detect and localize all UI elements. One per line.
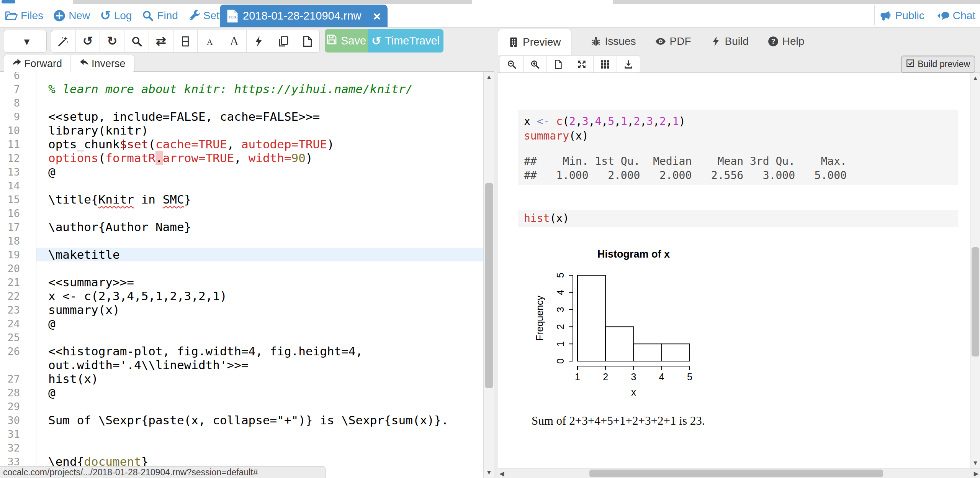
svg-text:TEX: TEX: [229, 15, 237, 19]
pane-splitter[interactable]: [494, 27, 498, 478]
svg-text:x: x: [631, 387, 636, 398]
magic-wand-button[interactable]: [51, 30, 75, 52]
line-number: 28: [0, 386, 20, 400]
svg-text:1: 1: [575, 371, 580, 382]
scroll-right-icon[interactable]: ▶: [974, 469, 978, 478]
close-icon[interactable]: ×: [373, 10, 381, 23]
nav-item-chat[interactable]: Chat: [937, 10, 975, 22]
nav-item-new[interactable]: New: [53, 10, 90, 22]
zoom-in-button[interactable]: [523, 56, 546, 72]
preview-tab-preview[interactable]: Preview: [498, 29, 571, 55]
bolt-button[interactable]: [246, 30, 271, 52]
line-number: 29: [0, 399, 20, 414]
code-editor[interactable]: 67% learn more about knitr: https://yihu…: [0, 72, 483, 478]
scroll-down-icon[interactable]: ▼: [484, 470, 494, 476]
nav-item-public[interactable]: Public: [880, 10, 924, 22]
reply-arrow-icon: [79, 57, 89, 70]
project-nav: FilesNew↺LogFindSettings: [5, 4, 242, 27]
redo-button[interactable]: ↻: [100, 30, 124, 52]
tab-label: Help: [782, 35, 805, 48]
file-menu-button[interactable]: ▾: [3, 30, 47, 53]
forward-button[interactable]: Forward: [3, 55, 70, 72]
nav-label: Files: [21, 10, 43, 22]
build-preview-button[interactable]: Build preview: [901, 56, 975, 73]
code-chunk-block: hist(x): [518, 210, 958, 227]
line-number: 14: [0, 179, 20, 193]
paste-button[interactable]: [295, 30, 319, 52]
line-number: 32: [0, 441, 20, 455]
editor-line: 27hist(x): [0, 372, 483, 386]
svg-text:Histogram of x: Histogram of x: [597, 248, 670, 260]
grid-button[interactable]: [593, 56, 617, 72]
preview-tab-issues[interactable]: Issues: [591, 35, 636, 48]
line-number: 10: [0, 123, 20, 138]
svg-text:2: 2: [555, 324, 566, 329]
scroll-up-icon[interactable]: ▲: [970, 75, 980, 81]
editor-line: 32: [0, 441, 483, 455]
font-increase-button[interactable]: A: [222, 30, 246, 52]
search-button[interactable]: [124, 30, 149, 52]
nav-item-log[interactable]: ↺Log: [100, 9, 132, 23]
font-decrease-button[interactable]: A: [197, 30, 222, 52]
editor-line: 8: [0, 96, 483, 110]
preview-tab-build[interactable]: Build: [710, 35, 749, 48]
svg-text:5: 5: [555, 273, 566, 278]
scroll-down-icon[interactable]: ▼: [970, 460, 980, 466]
grid-icon: [600, 59, 610, 69]
inverse-button[interactable]: Inverse: [70, 55, 134, 72]
preview-h-scroll-thumb[interactable]: [589, 470, 883, 477]
editor-scrollbar[interactable]: ▲ ▼: [483, 72, 494, 478]
tab-label: Preview: [523, 36, 561, 48]
editor-line: 9<<setup, include=FALSE, cache=FALSE>>=: [0, 110, 483, 123]
timetravel-button[interactable]: ↺ TimeTravel: [368, 29, 443, 53]
page-icon: [553, 59, 563, 69]
save-button[interactable]: Save: [325, 29, 368, 53]
preview-scroll-thumb[interactable]: [972, 247, 979, 356]
nav-item-find[interactable]: Find: [142, 10, 178, 22]
tab-label: Issues: [605, 35, 636, 48]
r-output-line: ## 1.000 2.000 2.000 2.556 3.000 5.000: [524, 168, 958, 182]
file-tab[interactable]: TEX 2018-01-28-210904.rnw ×: [220, 5, 388, 27]
code-line: summary(x): [524, 129, 958, 143]
editor-line: 6: [0, 72, 483, 82]
expand-icon: [577, 59, 587, 69]
strip-segment: [613, 0, 980, 4]
split-view-button[interactable]: [173, 30, 198, 52]
r-code-chunk: hist(x): [524, 211, 958, 226]
line-number: 24: [0, 317, 20, 331]
exchange-button[interactable]: ⇄: [149, 30, 173, 52]
nav-label: Public: [895, 10, 924, 22]
line-number: 20: [0, 261, 20, 276]
copy-icon: [277, 36, 289, 47]
zoom-out-icon: [507, 59, 517, 69]
history-icon: ↺: [371, 35, 381, 47]
expand-button[interactable]: [570, 56, 593, 72]
preview-tab-pdf[interactable]: PDF: [655, 35, 691, 48]
page-button[interactable]: [546, 56, 570, 72]
scroll-left-icon[interactable]: ◀: [499, 469, 504, 478]
download-button[interactable]: [617, 56, 640, 72]
preview-h-scrollbar[interactable]: ◀ ▶: [498, 468, 980, 478]
nav-item-files[interactable]: Files: [5, 10, 43, 22]
editor-line: 16: [0, 206, 483, 220]
font-increase-icon: A: [230, 34, 239, 48]
code-line: hist(x): [524, 211, 958, 226]
checkbox-checked-icon: [906, 59, 915, 70]
share-chat-nav: PublicChat: [880, 4, 975, 27]
r-output-line: ## Min. 1st Qu. Median Mean 3rd Qu. Max.: [524, 154, 958, 168]
editor-scroll-thumb[interactable]: [485, 183, 493, 388]
copy-button[interactable]: [271, 30, 295, 52]
bullhorn-icon: [880, 10, 892, 22]
zoom-out-button[interactable]: [500, 56, 523, 72]
editor-line: 10library(knitr): [0, 123, 483, 137]
scroll-up-icon[interactable]: ▲: [484, 74, 494, 80]
editor-line: out.width='.4\\linewidth'>>=: [0, 358, 483, 372]
preview-scrollbar[interactable]: ▲ ▼: [970, 73, 980, 468]
editor-line: 21<<summary>>=: [0, 275, 483, 289]
undo-button[interactable]: ↺: [75, 30, 100, 52]
preview-tab-help[interactable]: ?Help: [768, 35, 805, 48]
line-number: 6: [0, 72, 20, 82]
editor-line: 28@: [0, 386, 483, 399]
line-number: 16: [0, 206, 20, 220]
nav-label: Log: [114, 10, 132, 22]
